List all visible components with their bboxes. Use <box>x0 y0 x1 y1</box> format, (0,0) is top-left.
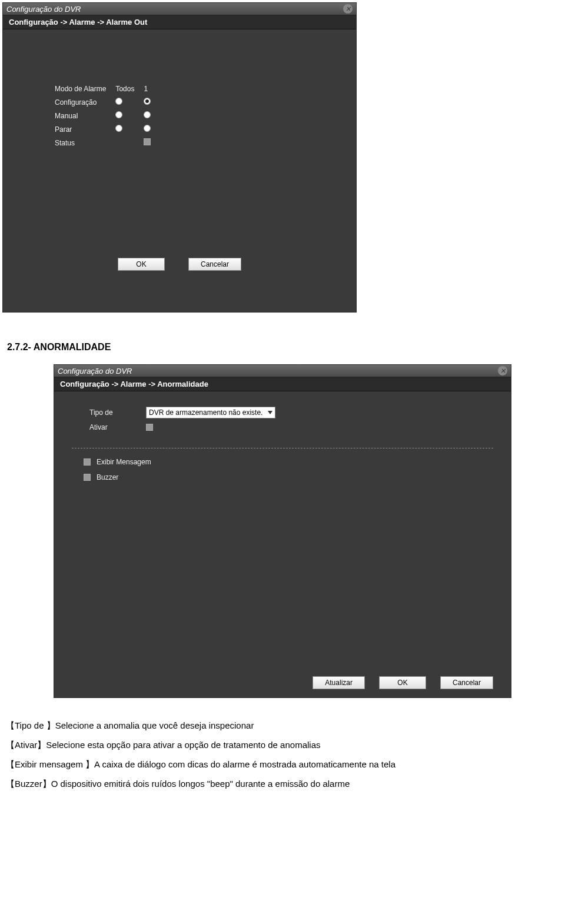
desc-buzzer: O dispositivo emitirá dois ruídos longos… <box>51 779 350 789</box>
label-ativar: Ativar <box>89 423 137 431</box>
button-row: OK Cancelar <box>3 258 356 271</box>
desc-tipo: Selecione a anomalia que você deseja ins… <box>55 720 254 730</box>
cancel-button[interactable]: Cancelar <box>440 676 493 689</box>
chevron-down-icon <box>268 411 272 414</box>
desc-exibir: A caixa de diálogo com dicas do alarme é… <box>94 759 396 769</box>
radio-parar-1[interactable] <box>144 125 151 132</box>
cancel-button[interactable]: Cancelar <box>188 258 241 271</box>
checkbox-status-1[interactable] <box>144 138 151 145</box>
breadcrumb-text: Configuração -> Alarme -> Alarme Out <box>9 18 147 26</box>
description-text: 【Tipo de 】Selecione a anomalia que você … <box>6 716 559 793</box>
titlebar: Configuração do DVR ✕ <box>54 365 511 377</box>
label-parar: Parar <box>50 122 111 136</box>
titlebar: Configuração do DVR ✕ <box>3 3 356 15</box>
dialog-body: Tipo de DVR de armazenamento não existe.… <box>54 391 511 697</box>
col-1: 1 <box>139 82 155 95</box>
dvr-config-dialog-alarme-out: Configuração do DVR ✕ Configuração -> Al… <box>2 2 357 313</box>
label-modo-alarme: Modo de Alarme <box>50 82 111 95</box>
col-todos: Todos <box>111 82 139 95</box>
term-ativar: 【Ativar】 <box>6 740 46 750</box>
breadcrumb: Configuração -> Alarme -> Alarme Out <box>3 15 356 29</box>
row-tipo: Tipo de DVR de armazenamento não existe. <box>89 407 493 418</box>
desc-ativar: Selecione esta opção para ativar a opção… <box>46 740 320 750</box>
label-manual: Manual <box>50 109 111 122</box>
radio-manual-todos[interactable] <box>115 111 122 118</box>
radio-config-todos[interactable] <box>115 98 122 105</box>
dialog-body: Modo de Alarme Todos 1 Configuração Manu… <box>3 29 356 312</box>
label-status: Status <box>50 136 111 149</box>
dialog-title: Configuração do DVR <box>58 367 132 375</box>
button-row: Atualizar OK Cancelar <box>313 676 493 689</box>
dialog-title: Configuração do DVR <box>6 5 81 14</box>
radio-manual-1[interactable] <box>144 111 151 118</box>
select-value: DVR de armazenamento não existe. <box>149 408 262 417</box>
atualizar-button[interactable]: Atualizar <box>313 676 365 689</box>
term-exibir: 【Exibir mensagem 】 <box>6 759 94 769</box>
label-exibir-mensagem: Exibir Mensagem <box>97 458 151 466</box>
checkbox-ativar[interactable] <box>146 424 153 431</box>
alarm-mode-grid: Modo de Alarme Todos 1 Configuração Manu… <box>50 82 155 149</box>
term-tipo: 【Tipo de 】 <box>6 720 55 730</box>
divider <box>72 448 493 448</box>
close-icon[interactable]: ✕ <box>498 366 507 375</box>
breadcrumb: Configuração -> Alarme -> Anormalidade <box>54 377 511 391</box>
breadcrumb-text: Configuração -> Alarme -> Anormalidade <box>60 380 208 388</box>
label-tipo: Tipo de <box>89 408 137 417</box>
dvr-config-dialog-anormalidade: Configuração do DVR ✕ Configuração -> Al… <box>54 364 511 698</box>
close-icon[interactable]: ✕ <box>343 4 353 14</box>
term-buzzer: 【Buzzer】 <box>6 779 51 789</box>
row-buzzer: Buzzer <box>84 473 493 481</box>
radio-parar-todos[interactable] <box>115 125 122 132</box>
label-configuracao: Configuração <box>50 95 111 109</box>
section-heading: 2.7.2- ANORMALIDADE <box>7 342 565 353</box>
checkbox-buzzer[interactable] <box>84 474 91 481</box>
tipo-select[interactable]: DVR de armazenamento não existe. <box>146 407 275 418</box>
radio-config-1[interactable] <box>144 98 151 105</box>
ok-button[interactable]: OK <box>379 676 426 689</box>
row-exibir-mensagem: Exibir Mensagem <box>84 458 493 466</box>
checkbox-exibir-mensagem[interactable] <box>84 458 91 466</box>
ok-button[interactable]: OK <box>118 258 165 271</box>
row-ativar: Ativar <box>89 423 493 431</box>
label-buzzer: Buzzer <box>97 473 118 481</box>
